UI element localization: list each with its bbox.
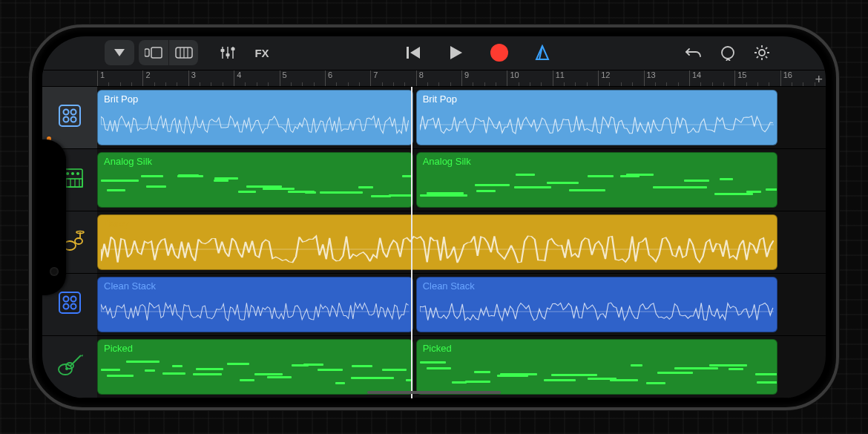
region-label: Brit Pop xyxy=(423,93,457,105)
svg-rect-10 xyxy=(221,49,225,52)
svg-point-30 xyxy=(71,110,76,115)
track-header[interactable] xyxy=(42,336,97,398)
mixer-button[interactable] xyxy=(213,40,243,65)
region[interactable]: Picked xyxy=(97,339,413,395)
loop-button[interactable] xyxy=(713,40,743,65)
midi-notes xyxy=(420,358,774,389)
phone-frame: FX xyxy=(29,24,839,410)
svg-point-41 xyxy=(66,172,69,175)
region[interactable]: Analog Silk xyxy=(97,152,413,208)
play-button[interactable] xyxy=(441,40,471,65)
region-label: Picked xyxy=(104,343,133,354)
waveform xyxy=(420,110,774,139)
svg-point-58 xyxy=(65,367,68,370)
region[interactable]: Darcy xyxy=(97,214,777,270)
play-icon xyxy=(449,45,464,61)
svg-line-27 xyxy=(757,56,758,58)
waveform xyxy=(420,297,774,326)
svg-point-18 xyxy=(722,47,734,59)
svg-point-53 xyxy=(71,297,76,302)
region[interactable]: Brit Pop xyxy=(97,90,413,145)
svg-line-25 xyxy=(766,56,767,58)
svg-rect-28 xyxy=(59,105,80,126)
device-notch xyxy=(42,139,66,295)
svg-point-54 xyxy=(64,304,69,309)
instrument-view-button[interactable] xyxy=(168,40,198,65)
rewind-button[interactable] xyxy=(398,40,428,65)
undo-icon xyxy=(685,46,703,59)
amp-icon xyxy=(57,103,82,131)
region[interactable]: Brit Pop xyxy=(416,90,777,145)
svg-point-43 xyxy=(76,172,79,175)
region-label: Analog Silk xyxy=(423,156,471,167)
svg-rect-13 xyxy=(407,47,409,59)
svg-rect-2 xyxy=(151,47,162,58)
ruler-row: + 12345678910111213141516 xyxy=(42,70,826,87)
region[interactable]: Picked xyxy=(416,339,777,395)
region-label: Analog Silk xyxy=(104,156,152,167)
region[interactable]: Clean Stack xyxy=(97,277,413,332)
browser-icon xyxy=(145,47,162,59)
metronome-icon xyxy=(534,45,550,61)
fx-button[interactable]: FX xyxy=(247,40,277,65)
svg-rect-12 xyxy=(231,47,235,50)
svg-point-52 xyxy=(64,297,69,302)
view-toggle-group xyxy=(139,40,198,65)
region[interactable]: Clean Stack xyxy=(416,277,777,332)
home-indicator[interactable] xyxy=(367,391,501,394)
svg-point-19 xyxy=(759,50,765,56)
region-label: Clean Stack xyxy=(104,280,156,292)
track-lane[interactable]: Brit PopBrit Pop xyxy=(97,87,826,149)
svg-rect-1 xyxy=(145,49,149,56)
triangle-down-icon xyxy=(114,49,125,56)
record-button[interactable] xyxy=(484,40,514,65)
toolbar: FX xyxy=(42,36,826,70)
timeline: Brit PopBrit PopAnalog SilkAnalog SilkDa… xyxy=(42,87,826,398)
waveform xyxy=(101,297,410,326)
svg-point-42 xyxy=(71,172,74,175)
svg-point-31 xyxy=(64,117,69,122)
loop-icon xyxy=(720,45,736,61)
svg-rect-51 xyxy=(59,292,80,313)
rewind-icon xyxy=(405,45,421,60)
sliders-icon xyxy=(220,45,236,60)
track-lanes[interactable]: Brit PopBrit PopAnalog SilkAnalog SilkDa… xyxy=(97,87,826,398)
track-lane[interactable]: Clean StackClean Stack xyxy=(97,274,826,336)
region-label: Darcy xyxy=(104,218,129,229)
fx-label: FX xyxy=(254,47,269,59)
svg-marker-14 xyxy=(410,47,420,59)
view-menu-button[interactable] xyxy=(105,40,134,65)
svg-point-55 xyxy=(71,304,76,309)
metronome-button[interactable] xyxy=(527,40,557,65)
region-label: Picked xyxy=(423,343,452,354)
track-lane[interactable]: Darcy xyxy=(97,211,826,274)
svg-rect-11 xyxy=(226,53,230,56)
settings-button[interactable] xyxy=(747,40,777,65)
browser-view-button[interactable] xyxy=(139,40,168,65)
svg-line-24 xyxy=(757,47,758,49)
svg-point-56 xyxy=(59,364,72,375)
region-label: Brit Pop xyxy=(104,93,138,105)
waveform xyxy=(101,234,774,264)
svg-point-32 xyxy=(71,117,76,122)
record-icon xyxy=(490,44,508,62)
waveform xyxy=(101,110,410,139)
midi-notes xyxy=(101,358,410,389)
amp-icon xyxy=(57,290,82,318)
svg-point-46 xyxy=(75,238,82,244)
track-lane[interactable]: PickedPicked xyxy=(97,336,826,398)
transport-controls xyxy=(398,40,557,65)
keyboard-icon xyxy=(175,47,193,59)
svg-point-29 xyxy=(64,110,69,115)
gear-icon xyxy=(754,45,770,61)
app-screen: FX xyxy=(42,36,826,398)
timeline-ruler[interactable]: + 12345678910111213141516 xyxy=(97,70,826,86)
midi-notes xyxy=(420,171,774,203)
region-label: Clean Stack xyxy=(423,280,475,292)
svg-marker-0 xyxy=(114,49,125,56)
track-lane[interactable]: Analog SilkAnalog Silk xyxy=(97,149,826,211)
region[interactable]: Analog Silk xyxy=(416,152,777,208)
svg-marker-15 xyxy=(450,46,462,59)
undo-button[interactable] xyxy=(679,40,708,65)
midi-notes xyxy=(101,171,410,203)
